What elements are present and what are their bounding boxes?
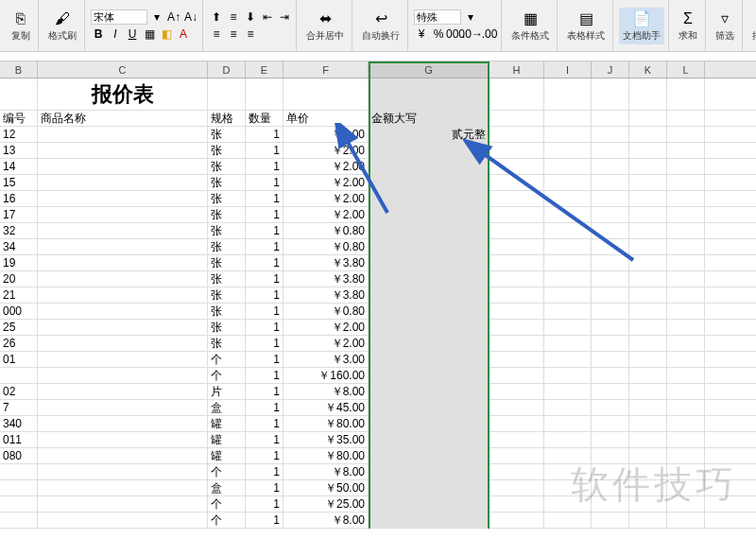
- cell-id[interactable]: [0, 368, 38, 383]
- cell-name[interactable]: [38, 480, 208, 496]
- number-format-select[interactable]: [414, 9, 461, 25]
- cell-name[interactable]: [38, 432, 208, 447]
- cell-amount-cn[interactable]: [369, 287, 490, 303]
- cell-id[interactable]: [0, 464, 38, 479]
- cell-price[interactable]: ￥2.00: [284, 320, 369, 335]
- indent-inc-button[interactable]: ⇥: [277, 9, 292, 25]
- dropdown-icon[interactable]: ▾: [463, 9, 478, 25]
- cell-qty[interactable]: 1: [246, 513, 284, 528]
- cell-amount-cn[interactable]: [369, 207, 490, 222]
- cell-id[interactable]: [0, 513, 38, 528]
- cell-id[interactable]: [0, 496, 38, 512]
- cell-spec[interactable]: 张: [208, 191, 246, 206]
- table-style-button[interactable]: ▤ 表格样式: [563, 8, 609, 44]
- cell-price[interactable]: ￥3.80: [284, 287, 369, 303]
- cell-id[interactable]: 340: [0, 416, 38, 431]
- cell-price[interactable]: ￥8.00: [284, 464, 369, 479]
- cell-spec[interactable]: 张: [208, 127, 246, 142]
- cell-id[interactable]: 21: [0, 287, 38, 303]
- cell-id[interactable]: 25: [0, 320, 38, 335]
- col-header-d[interactable]: D: [208, 61, 246, 78]
- cell-spec[interactable]: 张: [208, 175, 246, 190]
- cell-qty[interactable]: 1: [246, 432, 284, 447]
- cell-amount-cn[interactable]: [369, 480, 490, 496]
- cell-spec[interactable]: 罐: [208, 432, 246, 447]
- cell-name[interactable]: [38, 207, 208, 222]
- cell-qty[interactable]: 1: [246, 320, 284, 335]
- cell-price[interactable]: ￥25.00: [284, 496, 369, 512]
- cell-spec[interactable]: 张: [208, 336, 246, 351]
- cell-spec[interactable]: 张: [208, 287, 246, 303]
- cell-spec[interactable]: 张: [208, 159, 246, 174]
- cell-spec[interactable]: 张: [208, 304, 246, 319]
- comma-button[interactable]: 000: [448, 26, 463, 42]
- cell-amount-cn[interactable]: [369, 448, 490, 463]
- cell-id[interactable]: 7: [0, 400, 38, 415]
- doc-helper-button[interactable]: 📄 文档助手: [619, 8, 664, 44]
- cell-name[interactable]: [38, 304, 208, 319]
- align-middle-button[interactable]: ≡: [226, 9, 241, 25]
- cell-qty[interactable]: 1: [246, 368, 284, 383]
- cell-spec[interactable]: 个: [208, 464, 246, 479]
- font-color-button[interactable]: A: [176, 26, 191, 42]
- cell-name[interactable]: [38, 175, 208, 190]
- cell-id[interactable]: 17: [0, 207, 38, 222]
- header-amount-cn[interactable]: 金额大写: [369, 111, 490, 126]
- col-header-k[interactable]: K: [629, 61, 667, 78]
- header-qty[interactable]: 数量: [246, 111, 284, 126]
- col-header-h[interactable]: H: [490, 61, 544, 78]
- cell-qty[interactable]: 1: [246, 143, 284, 158]
- cell-spec[interactable]: 盒: [208, 400, 246, 415]
- cell-spec[interactable]: 罐: [208, 416, 246, 431]
- cell-id[interactable]: 011: [0, 432, 38, 447]
- header-price[interactable]: 单价: [284, 111, 369, 126]
- cell-price[interactable]: ￥0.80: [284, 239, 369, 254]
- cell-spec[interactable]: 张: [208, 239, 246, 254]
- merge-center-button[interactable]: ⬌ 合并居中: [302, 8, 348, 44]
- cell-price[interactable]: ￥0.80: [284, 304, 369, 319]
- cell-id[interactable]: 12: [0, 127, 38, 142]
- cell-name[interactable]: [38, 271, 208, 287]
- cell-price[interactable]: ￥80.00: [284, 448, 369, 463]
- cell-price[interactable]: ￥2.00: [284, 175, 369, 190]
- cell-amount-cn[interactable]: [369, 464, 490, 479]
- cell-spec[interactable]: 张: [208, 207, 246, 222]
- cell-name[interactable]: [38, 513, 208, 528]
- align-center-button[interactable]: ≡: [226, 26, 241, 42]
- cell-qty[interactable]: 1: [246, 239, 284, 254]
- col-header-b[interactable]: B: [0, 61, 38, 78]
- cell-id[interactable]: 01: [0, 352, 38, 367]
- cell-spec[interactable]: 个: [208, 352, 246, 367]
- cell-id[interactable]: 13: [0, 143, 38, 158]
- cell-amount-cn[interactable]: 贰元整: [369, 127, 490, 142]
- percent-button[interactable]: %: [431, 26, 446, 42]
- cell-qty[interactable]: 1: [246, 207, 284, 222]
- header-name[interactable]: 商品名称: [38, 111, 208, 126]
- conditional-format-button[interactable]: ▦ 条件格式: [507, 8, 553, 44]
- cell-amount-cn[interactable]: [369, 400, 490, 415]
- cell-qty[interactable]: 1: [246, 352, 284, 367]
- auto-wrap-button[interactable]: ↩ 自动换行: [358, 8, 404, 44]
- cell-name[interactable]: [38, 191, 208, 206]
- cell-spec[interactable]: 张: [208, 271, 246, 287]
- cell-amount-cn[interactable]: [369, 191, 490, 206]
- bold-button[interactable]: B: [91, 26, 106, 42]
- cell-name[interactable]: [38, 239, 208, 254]
- cell-amount-cn[interactable]: [369, 513, 490, 528]
- cell-amount-cn[interactable]: [369, 159, 490, 174]
- cell-amount-cn[interactable]: [369, 336, 490, 351]
- cell-amount-cn[interactable]: [369, 384, 490, 399]
- font-size-down-icon[interactable]: ▾: [149, 9, 164, 25]
- cell-name[interactable]: [38, 416, 208, 431]
- cell-amount-cn[interactable]: [369, 239, 490, 254]
- col-header-l[interactable]: L: [667, 61, 705, 78]
- cell-id[interactable]: 000: [0, 304, 38, 319]
- cell-spec[interactable]: 张: [208, 320, 246, 335]
- cell-qty[interactable]: 1: [246, 255, 284, 270]
- cell-spec[interactable]: 个: [208, 496, 246, 512]
- cell-qty[interactable]: 1: [246, 127, 284, 142]
- cell-id[interactable]: 14: [0, 159, 38, 174]
- header-id[interactable]: 编号: [0, 111, 38, 126]
- cell-qty[interactable]: 1: [246, 480, 284, 496]
- cell-name[interactable]: [38, 320, 208, 335]
